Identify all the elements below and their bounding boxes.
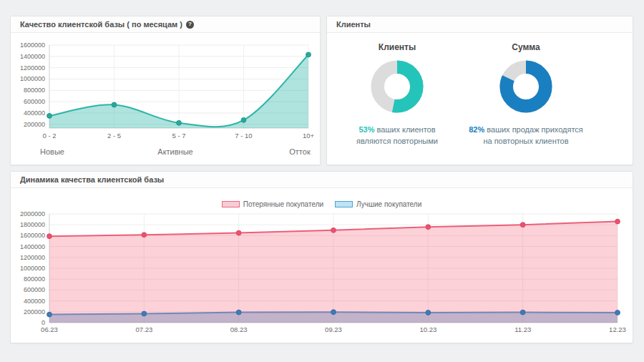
- svg-text:1400000: 1400000: [20, 243, 45, 250]
- donut-clients-caption: 53% ваших клиентов являются повторными: [333, 124, 462, 147]
- svg-text:2000000: 2000000: [20, 210, 45, 217]
- panel-quality-title: Качество клиентской базы ( по месяцам ): [20, 20, 182, 29]
- svg-text:800000: 800000: [24, 87, 45, 94]
- clients-donut-chart[interactable]: [369, 59, 425, 114]
- clients-caption-line1: ваших клиентов: [377, 125, 436, 134]
- svg-text:1200000: 1200000: [20, 254, 45, 261]
- svg-text:400000: 400000: [24, 109, 45, 117]
- clients-caption-line2: являются повторными: [333, 135, 462, 147]
- svg-text:09.23: 09.23: [325, 326, 342, 333]
- panel-clients-title: Клиенты: [336, 20, 371, 29]
- donut-sum-block: Сумма 82% ваших продаж приходятся на пов…: [462, 42, 590, 147]
- legend-swatch-lost: [222, 201, 240, 207]
- svg-text:08.23: 08.23: [230, 326, 248, 333]
- donuts-area: Клиенты 53% ваших клиентов являются повт…: [327, 33, 633, 165]
- dashboard: Качество клиентской базы ( по месяцам ) …: [0, 0, 644, 362]
- panel-clients: Клиенты Клиенты 53% ваших клиентов являю…: [326, 16, 633, 165]
- legend-swatch-best: [335, 201, 353, 207]
- sum-donut-chart[interactable]: [498, 59, 554, 114]
- panel-dynamics: Динамика качества клиентской базы Потеря…: [10, 171, 633, 343]
- help-icon[interactable]: ?: [186, 21, 194, 29]
- svg-text:600000: 600000: [24, 286, 45, 293]
- sum-caption-line1: ваших продаж приходятся: [487, 125, 582, 134]
- panel-quality: Качество клиентской базы ( по месяцам ) …: [10, 16, 321, 165]
- sum-percent: 82%: [469, 125, 484, 134]
- svg-text:600000: 600000: [24, 98, 45, 105]
- svg-text:1000000: 1000000: [20, 75, 45, 82]
- svg-text:1400000: 1400000: [20, 53, 45, 60]
- svg-text:12.23: 12.23: [609, 326, 626, 333]
- svg-text:5 - 7: 5 - 7: [172, 132, 185, 140]
- quality-area-chart[interactable]: 2000004000006000008000001000000120000014…: [11, 34, 321, 165]
- dynamics-area-chart[interactable]: 0200000400000600000800000100000012000001…: [11, 207, 633, 343]
- svg-text:800000: 800000: [24, 275, 45, 283]
- svg-text:07.23: 07.23: [135, 326, 152, 333]
- donut-sum-caption: 82% ваших продаж приходятся на повторных…: [462, 124, 590, 147]
- svg-text:Новые: Новые: [40, 147, 64, 156]
- svg-text:10+: 10+: [303, 132, 315, 140]
- svg-text:7 - 10: 7 - 10: [235, 132, 252, 140]
- svg-text:11.23: 11.23: [514, 326, 531, 333]
- svg-text:10.23: 10.23: [419, 326, 436, 333]
- panel-dynamics-header: Динамика качества клиентской базы: [11, 172, 633, 188]
- svg-text:400000: 400000: [24, 298, 45, 305]
- panel-quality-header: Качество клиентской базы ( по месяцам ) …: [11, 16, 320, 33]
- svg-text:Отток: Отток: [289, 147, 311, 156]
- svg-text:1600000: 1600000: [20, 41, 45, 49]
- svg-text:200000: 200000: [24, 308, 45, 315]
- donut-clients-heading: Клиенты: [333, 42, 462, 52]
- panel-clients-header: Клиенты: [327, 16, 633, 33]
- clients-percent: 53%: [358, 125, 374, 134]
- svg-text:0 - 2: 0 - 2: [42, 132, 56, 140]
- svg-text:2 - 5: 2 - 5: [107, 132, 121, 140]
- donut-sum-heading: Сумма: [462, 42, 590, 52]
- sum-caption-line2: на повторных клиентов: [462, 135, 590, 147]
- svg-text:1000000: 1000000: [20, 265, 45, 272]
- svg-text:06.23: 06.23: [41, 326, 58, 333]
- svg-text:200000: 200000: [24, 121, 45, 128]
- donut-clients-block: Клиенты 53% ваших клиентов являются повт…: [333, 42, 462, 147]
- panel-dynamics-title: Динамика качества клиентской базы: [20, 175, 164, 184]
- svg-text:Активные: Активные: [157, 147, 192, 156]
- svg-text:1200000: 1200000: [20, 64, 45, 72]
- svg-text:1600000: 1600000: [20, 232, 45, 239]
- svg-text:1800000: 1800000: [20, 221, 45, 228]
